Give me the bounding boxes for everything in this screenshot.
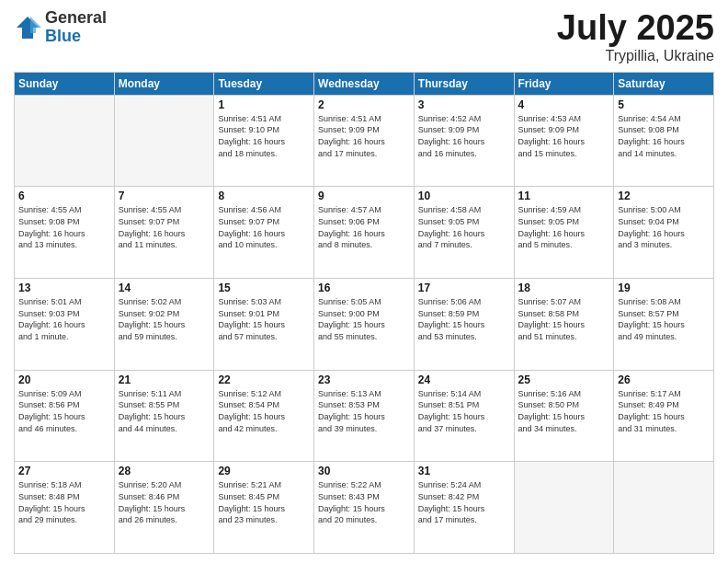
logo-blue: Blue xyxy=(45,28,107,46)
day-info: Sunrise: 5:16 AM Sunset: 8:50 PM Dayligh… xyxy=(518,388,610,434)
table-cell: 2Sunrise: 4:51 AM Sunset: 9:09 PM Daylig… xyxy=(314,95,415,187)
week-row-4: 20Sunrise: 5:09 AM Sunset: 8:56 PM Dayli… xyxy=(15,370,714,462)
day-number: 6 xyxy=(18,190,110,202)
table-cell: 27Sunrise: 5:18 AM Sunset: 8:48 PM Dayli… xyxy=(15,462,115,554)
day-info: Sunrise: 5:17 AM Sunset: 8:49 PM Dayligh… xyxy=(618,388,710,434)
day-info: Sunrise: 5:21 AM Sunset: 8:45 PM Dayligh… xyxy=(218,479,310,525)
header-sunday: Sunday xyxy=(15,72,115,95)
day-info: Sunrise: 4:51 AM Sunset: 9:10 PM Dayligh… xyxy=(218,113,310,159)
logo-general: General xyxy=(45,9,107,28)
day-number: 1 xyxy=(218,98,310,111)
day-info: Sunrise: 5:03 AM Sunset: 9:01 PM Dayligh… xyxy=(218,296,310,342)
day-info: Sunrise: 5:12 AM Sunset: 8:54 PM Dayligh… xyxy=(218,388,310,434)
table-cell: 11Sunrise: 4:59 AM Sunset: 9:05 PM Dayli… xyxy=(514,187,614,279)
day-info: Sunrise: 5:14 AM Sunset: 8:51 PM Dayligh… xyxy=(418,388,510,434)
table-cell: 15Sunrise: 5:03 AM Sunset: 9:01 PM Dayli… xyxy=(214,279,314,371)
table-cell: 6Sunrise: 4:55 AM Sunset: 9:08 PM Daylig… xyxy=(15,187,115,279)
table-cell: 23Sunrise: 5:13 AM Sunset: 8:53 PM Dayli… xyxy=(314,370,415,462)
table-cell: 21Sunrise: 5:11 AM Sunset: 8:55 PM Dayli… xyxy=(114,370,214,462)
day-number: 31 xyxy=(418,465,510,477)
day-number: 8 xyxy=(218,190,310,202)
day-info: Sunrise: 5:00 AM Sunset: 9:04 PM Dayligh… xyxy=(618,204,710,250)
day-info: Sunrise: 5:11 AM Sunset: 8:55 PM Dayligh… xyxy=(119,388,210,434)
day-info: Sunrise: 5:22 AM Sunset: 8:43 PM Dayligh… xyxy=(318,479,410,525)
page: General Blue July 2025 Trypillia, Ukrain… xyxy=(0,0,728,563)
table-cell xyxy=(114,95,214,187)
day-info: Sunrise: 5:05 AM Sunset: 9:00 PM Dayligh… xyxy=(318,296,410,342)
logo: General Blue xyxy=(14,9,107,46)
header: General Blue July 2025 Trypillia, Ukrain… xyxy=(14,9,714,64)
day-number: 19 xyxy=(618,282,710,294)
day-number: 4 xyxy=(518,98,610,111)
table-cell: 30Sunrise: 5:22 AM Sunset: 8:43 PM Dayli… xyxy=(314,462,415,554)
day-number: 17 xyxy=(418,282,510,294)
table-cell xyxy=(514,462,614,554)
day-number: 3 xyxy=(418,98,510,111)
day-info: Sunrise: 4:55 AM Sunset: 9:08 PM Dayligh… xyxy=(18,204,110,250)
table-cell: 29Sunrise: 5:21 AM Sunset: 8:45 PM Dayli… xyxy=(214,462,314,554)
table-cell: 20Sunrise: 5:09 AM Sunset: 8:56 PM Dayli… xyxy=(15,370,115,462)
day-number: 30 xyxy=(318,465,410,477)
day-info: Sunrise: 5:02 AM Sunset: 9:02 PM Dayligh… xyxy=(119,296,210,342)
day-number: 10 xyxy=(418,190,510,202)
table-cell: 26Sunrise: 5:17 AM Sunset: 8:49 PM Dayli… xyxy=(614,370,714,462)
calendar-table: Sunday Monday Tuesday Wednesday Thursday… xyxy=(14,72,714,554)
table-cell: 28Sunrise: 5:20 AM Sunset: 8:46 PM Dayli… xyxy=(114,462,214,554)
day-info: Sunrise: 4:51 AM Sunset: 9:09 PM Dayligh… xyxy=(318,113,410,159)
day-number: 14 xyxy=(119,282,210,294)
day-number: 13 xyxy=(18,282,110,294)
table-cell: 25Sunrise: 5:16 AM Sunset: 8:50 PM Dayli… xyxy=(514,370,614,462)
day-info: Sunrise: 4:57 AM Sunset: 9:06 PM Dayligh… xyxy=(318,204,410,250)
day-info: Sunrise: 5:20 AM Sunset: 8:46 PM Dayligh… xyxy=(119,479,210,525)
day-number: 5 xyxy=(618,98,710,111)
table-cell: 22Sunrise: 5:12 AM Sunset: 8:54 PM Dayli… xyxy=(214,370,314,462)
header-wednesday: Wednesday xyxy=(314,72,415,95)
week-row-3: 13Sunrise: 5:01 AM Sunset: 9:03 PM Dayli… xyxy=(15,279,714,371)
day-number: 11 xyxy=(518,190,610,202)
day-number: 24 xyxy=(418,373,510,386)
week-row-5: 27Sunrise: 5:18 AM Sunset: 8:48 PM Dayli… xyxy=(15,462,714,554)
table-cell: 19Sunrise: 5:08 AM Sunset: 8:57 PM Dayli… xyxy=(614,279,714,371)
table-cell: 10Sunrise: 4:58 AM Sunset: 9:05 PM Dayli… xyxy=(414,187,514,279)
day-number: 28 xyxy=(119,465,210,477)
day-number: 23 xyxy=(318,373,410,386)
table-cell xyxy=(15,95,115,187)
table-cell: 1Sunrise: 4:51 AM Sunset: 9:10 PM Daylig… xyxy=(214,95,314,187)
day-info: Sunrise: 4:55 AM Sunset: 9:07 PM Dayligh… xyxy=(119,204,210,250)
day-info: Sunrise: 5:24 AM Sunset: 8:42 PM Dayligh… xyxy=(418,479,510,525)
day-number: 22 xyxy=(218,373,310,386)
header-saturday: Saturday xyxy=(614,72,714,95)
day-info: Sunrise: 4:53 AM Sunset: 9:09 PM Dayligh… xyxy=(518,113,610,159)
header-tuesday: Tuesday xyxy=(214,72,314,95)
table-cell: 7Sunrise: 4:55 AM Sunset: 9:07 PM Daylig… xyxy=(114,187,214,279)
day-number: 21 xyxy=(119,373,210,386)
day-number: 20 xyxy=(18,373,110,386)
day-number: 15 xyxy=(218,282,310,294)
title-location: Trypillia, Ukraine xyxy=(557,48,714,64)
day-info: Sunrise: 4:59 AM Sunset: 9:05 PM Dayligh… xyxy=(518,204,610,250)
table-cell: 8Sunrise: 4:56 AM Sunset: 9:07 PM Daylig… xyxy=(214,187,314,279)
day-info: Sunrise: 4:58 AM Sunset: 9:05 PM Dayligh… xyxy=(418,204,510,250)
day-info: Sunrise: 5:09 AM Sunset: 8:56 PM Dayligh… xyxy=(18,388,110,434)
title-month: July 2025 xyxy=(557,9,714,48)
day-info: Sunrise: 5:13 AM Sunset: 8:53 PM Dayligh… xyxy=(318,388,410,434)
day-number: 26 xyxy=(618,373,710,386)
day-number: 25 xyxy=(518,373,610,386)
week-row-2: 6Sunrise: 4:55 AM Sunset: 9:08 PM Daylig… xyxy=(15,187,714,279)
table-cell: 9Sunrise: 4:57 AM Sunset: 9:06 PM Daylig… xyxy=(314,187,415,279)
table-cell: 16Sunrise: 5:05 AM Sunset: 9:00 PM Dayli… xyxy=(314,279,415,371)
logo-icon xyxy=(14,14,41,41)
header-friday: Friday xyxy=(514,72,614,95)
day-info: Sunrise: 5:18 AM Sunset: 8:48 PM Dayligh… xyxy=(18,479,110,525)
table-cell: 13Sunrise: 5:01 AM Sunset: 9:03 PM Dayli… xyxy=(15,279,115,371)
day-number: 12 xyxy=(618,190,710,202)
day-info: Sunrise: 5:06 AM Sunset: 8:59 PM Dayligh… xyxy=(418,296,510,342)
day-number: 9 xyxy=(318,190,410,202)
table-cell: 5Sunrise: 4:54 AM Sunset: 9:08 PM Daylig… xyxy=(614,95,714,187)
table-cell: 12Sunrise: 5:00 AM Sunset: 9:04 PM Dayli… xyxy=(614,187,714,279)
weekday-header-row: Sunday Monday Tuesday Wednesday Thursday… xyxy=(15,72,714,95)
day-info: Sunrise: 4:52 AM Sunset: 9:09 PM Dayligh… xyxy=(418,113,510,159)
day-number: 16 xyxy=(318,282,410,294)
title-block: July 2025 Trypillia, Ukraine xyxy=(557,9,714,64)
header-monday: Monday xyxy=(114,72,214,95)
